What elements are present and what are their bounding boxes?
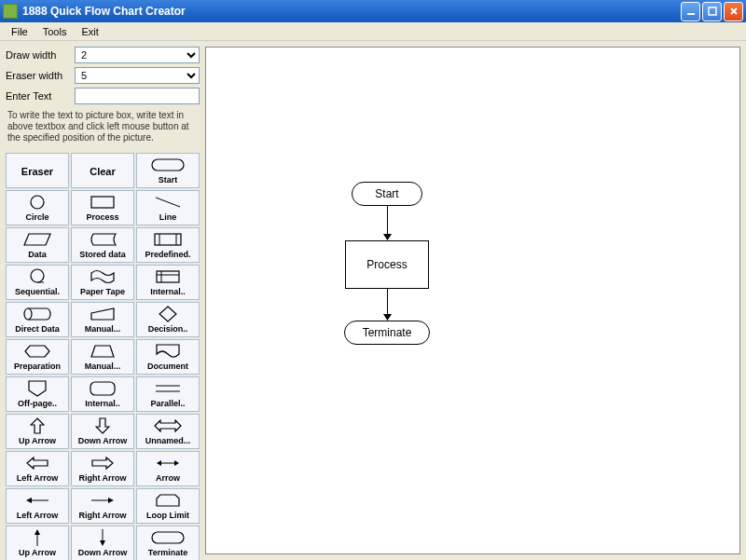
menu-file[interactable]: File: [4, 24, 35, 39]
svg-rect-0: [687, 13, 695, 15]
shape-loop-limit[interactable]: Loop Limit: [136, 488, 200, 524]
shape-label: Parallel..: [138, 399, 198, 408]
svg-marker-45: [383, 314, 392, 321]
shape-unnamed-[interactable]: Unnamed...: [136, 414, 200, 449]
rightline-icon: [90, 492, 115, 509]
shape-predefined-[interactable]: Predefined.: [136, 227, 200, 263]
shape-data[interactable]: Data: [6, 227, 69, 263]
internal-icon: [156, 268, 180, 285]
flowchart-process[interactable]: Process: [345, 240, 429, 289]
titlebar: 1888 Quick Flow Chart Creator: [0, 0, 746, 22]
shape-label: Down Arrow: [73, 548, 132, 557]
shape-right-arrow[interactable]: Right Arrow: [71, 451, 134, 486]
menubar: File Tools Exit: [0, 22, 746, 41]
shape-circle[interactable]: Circle: [6, 190, 69, 225]
directdata-icon: [23, 306, 51, 322]
flowchart-arrow: [383, 289, 392, 322]
svg-marker-24: [31, 418, 44, 433]
storeddata-icon: [88, 231, 117, 248]
line-icon: [154, 194, 182, 211]
svg-marker-38: [35, 529, 40, 535]
shape-preparation[interactable]: Preparation: [6, 339, 69, 375]
svg-marker-30: [157, 460, 161, 466]
flowchart-arrow: [383, 206, 392, 242]
shape-label: Eraser: [7, 166, 67, 177]
shape-parallel-[interactable]: Parallel..: [136, 376, 200, 412]
papertape-icon: [90, 268, 115, 285]
svg-marker-31: [174, 460, 179, 466]
shape-decision-[interactable]: Decision..: [136, 302, 200, 337]
enter-text-label: Enter Text: [6, 90, 75, 102]
sequential-icon: [29, 268, 46, 285]
menu-exit[interactable]: Exit: [74, 24, 105, 39]
shape-down-arrow[interactable]: Down Arrow: [71, 414, 134, 449]
downarrow-icon: [95, 417, 110, 434]
shape-left-arrow[interactable]: Left Arrow: [6, 488, 69, 524]
shape-line[interactable]: Line: [136, 190, 200, 225]
shape-up-arrow[interactable]: Up Arrow: [6, 526, 69, 560]
rightarrow-icon: [91, 455, 114, 471]
shape-grid: EraserClearStartCircleProcessLineDataSto…: [6, 153, 200, 560]
maximize-button[interactable]: [702, 2, 722, 21]
enter-text-input[interactable]: [75, 88, 200, 104]
svg-rect-7: [155, 234, 181, 245]
app-icon: [3, 4, 18, 19]
shape-paper-tape[interactable]: Paper Tape: [71, 265, 134, 300]
draw-width-select[interactable]: 2: [75, 47, 200, 63]
svg-rect-12: [157, 271, 179, 282]
svg-marker-36: [157, 495, 179, 506]
svg-point-10: [31, 269, 44, 282]
shape-clear[interactable]: Clear: [71, 153, 134, 188]
svg-marker-35: [108, 498, 114, 503]
shape-stored-data[interactable]: Stored data: [71, 227, 134, 263]
shape-label: Loop Limit: [138, 511, 198, 520]
shape-right-arrow[interactable]: Right Arrow: [71, 488, 134, 524]
eraser-width-select[interactable]: 5: [75, 67, 200, 84]
shape-process[interactable]: Process: [71, 190, 134, 225]
shape-sequential-[interactable]: Sequential.: [6, 265, 69, 300]
shape-internal-[interactable]: Internal..: [136, 265, 200, 300]
shape-terminate[interactable]: Terminate: [136, 526, 200, 560]
svg-rect-1: [709, 7, 716, 15]
menu-tools[interactable]: Tools: [35, 24, 75, 39]
flowchart-terminator[interactable]: Start: [352, 182, 422, 206]
main-area: Draw width 2 Eraser width 5 Enter Text T…: [0, 41, 746, 560]
shape-up-arrow[interactable]: Up Arrow: [6, 414, 69, 449]
shape-label: Document: [138, 362, 198, 371]
shape-document[interactable]: Document: [136, 339, 200, 375]
svg-marker-6: [24, 234, 50, 245]
shape-direct-data[interactable]: Direct Data: [6, 302, 69, 337]
downline-icon: [98, 529, 107, 546]
shape-off-page-[interactable]: Off-page..: [6, 376, 69, 412]
canvas[interactable]: StartProcessTerminate: [205, 47, 740, 554]
shape-manual-[interactable]: Manual...: [71, 302, 134, 337]
eraser-width-label: Eraser width: [6, 70, 75, 81]
shape-manual-[interactable]: Manual...: [71, 339, 134, 375]
leftline-icon: [25, 492, 49, 509]
svg-rect-21: [90, 382, 115, 395]
svg-marker-43: [383, 234, 392, 240]
shape-arrow[interactable]: Arrow: [136, 451, 200, 486]
shape-down-arrow[interactable]: Down Arrow: [71, 526, 134, 560]
svg-point-3: [31, 196, 44, 209]
flowchart-terminator[interactable]: Terminate: [344, 321, 430, 345]
hexagon-icon: [24, 343, 50, 360]
shape-label: Decision..: [138, 324, 198, 334]
shape-label: Internal..: [73, 399, 132, 408]
shape-label: Clear: [73, 166, 132, 177]
svg-marker-33: [26, 498, 32, 503]
svg-marker-19: [91, 346, 114, 357]
window-title: 1888 Quick Flow Chart Creator: [22, 5, 681, 18]
shape-label: Direct Data: [7, 324, 67, 334]
svg-marker-17: [159, 307, 176, 321]
svg-marker-27: [27, 458, 48, 469]
shape-label: Internal..: [138, 287, 198, 296]
shape-left-arrow[interactable]: Left Arrow: [6, 451, 69, 486]
shape-label: Unnamed...: [138, 436, 198, 445]
close-button[interactable]: [724, 2, 743, 21]
shape-eraser[interactable]: Eraser: [6, 153, 69, 188]
shape-internal-[interactable]: Internal..: [71, 376, 134, 412]
shape-start[interactable]: Start: [136, 153, 200, 188]
minimize-button[interactable]: [681, 2, 700, 21]
shape-label: Manual...: [73, 324, 132, 334]
